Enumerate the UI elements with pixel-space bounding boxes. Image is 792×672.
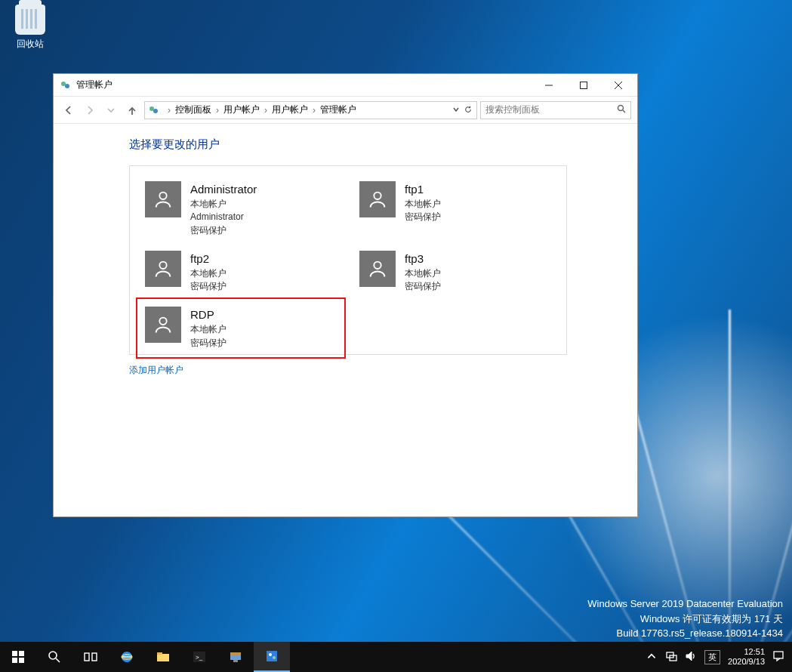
address-dropdown-icon[interactable] (451, 103, 461, 117)
breadcrumb[interactable]: › 控制面板› 用户帐户› 用户帐户› 管理帐户 (165, 103, 358, 116)
svg-point-11 (159, 193, 166, 199)
svg-marker-38 (686, 652, 692, 661)
svg-point-14 (374, 262, 381, 269)
minimize-button[interactable] (532, 74, 566, 96)
user-detail: 本地帐户 (405, 267, 441, 280)
svg-rect-26 (157, 654, 169, 661)
window-icon (60, 79, 72, 91)
user-ftp3[interactable]: ftp3本地帐户密码保护 (359, 251, 551, 294)
maximize-button[interactable] (566, 74, 601, 96)
close-button[interactable] (601, 74, 636, 96)
user-detail: 密码保护 (190, 280, 227, 293)
notification-icon[interactable] (772, 650, 784, 664)
svg-point-7 (149, 106, 154, 111)
user-detail: 密码保护 (190, 337, 227, 350)
tray-volume-icon[interactable] (685, 650, 697, 664)
task-view[interactable] (72, 642, 109, 672)
user-ftp1[interactable]: ftp1本地帐户密码保护 (359, 181, 551, 237)
tray-network-icon[interactable] (665, 650, 677, 664)
svg-point-8 (153, 109, 158, 113)
user-name: ftp3 (405, 251, 441, 267)
tray-chevron-icon[interactable] (646, 650, 658, 664)
user-detail: 本地帐户 (405, 198, 441, 211)
back-button[interactable] (60, 101, 78, 119)
user-detail: Administrator (190, 211, 257, 223)
taskbar-explorer[interactable] (145, 642, 181, 672)
recycle-bin-label: 回收站 (8, 38, 53, 51)
taskbar: >_ 英 12:512020/9/13 (0, 642, 792, 672)
svg-rect-3 (581, 82, 587, 88)
svg-point-20 (49, 652, 57, 659)
svg-line-10 (623, 110, 625, 113)
user-detail: 本地帐户 (190, 323, 227, 336)
avatar-icon (145, 307, 181, 343)
svg-rect-19 (19, 658, 24, 663)
user-administrator[interactable]: Administrator本地帐户Administrator密码保护 (145, 181, 337, 237)
content-area: 选择要更改的用户 Administrator本地帐户Administrator密… (54, 124, 637, 516)
taskbar-server-manager[interactable] (217, 642, 254, 672)
taskbar-search[interactable] (36, 642, 72, 672)
forward-button[interactable] (81, 101, 99, 119)
user-detail: 密码保护 (405, 280, 441, 293)
avatar-icon (359, 251, 396, 287)
svg-rect-33 (267, 651, 277, 661)
svg-point-12 (374, 193, 381, 199)
user-detail: 密码保护 (405, 211, 441, 223)
add-user-link[interactable]: 添加用户帐户 (129, 364, 183, 377)
svg-point-35 (273, 656, 276, 659)
titlebar[interactable]: 管理帐户 (54, 74, 637, 97)
svg-rect-31 (230, 652, 241, 655)
taskbar-ie[interactable] (109, 642, 145, 672)
svg-point-13 (159, 262, 166, 269)
svg-point-0 (61, 82, 66, 86)
ime-indicator[interactable]: 英 (704, 650, 720, 664)
svg-rect-18 (12, 658, 17, 663)
address-bar[interactable]: › 控制面板› 用户帐户› 用户帐户› 管理帐户 (144, 101, 477, 119)
svg-rect-16 (12, 651, 17, 656)
avatar-icon (359, 181, 396, 217)
avatar-icon (145, 251, 181, 287)
manage-accounts-window: 管理帐户 › 控制面板› 用户帐户› 用户帐户› 管理帐户 (53, 73, 638, 517)
up-button[interactable] (123, 101, 141, 119)
start-button[interactable] (0, 642, 36, 672)
svg-rect-27 (157, 652, 162, 655)
taskbar-cmd[interactable]: >_ (181, 642, 217, 672)
recent-dropdown[interactable] (102, 101, 120, 119)
system-tray[interactable]: 英 12:512020/9/13 (646, 647, 792, 667)
desktop-watermark: Windows Server 2019 Datacenter Evaluatio… (587, 596, 783, 641)
search-icon (617, 104, 626, 116)
svg-rect-22 (85, 653, 89, 661)
svg-point-15 (159, 318, 166, 325)
avatar-icon (145, 181, 181, 217)
user-name: Administrator (190, 181, 257, 198)
search-placeholder: 搜索控制面板 (485, 103, 540, 116)
nav-toolbar: › 控制面板› 用户帐户› 用户帐户› 管理帐户 搜索控制面板 (54, 97, 637, 124)
page-heading: 选择要更改的用户 (129, 137, 637, 152)
svg-point-9 (618, 106, 624, 111)
svg-rect-17 (19, 651, 24, 656)
svg-line-21 (56, 658, 60, 662)
user-detail: 密码保护 (190, 224, 257, 237)
refresh-icon[interactable] (463, 103, 473, 117)
tray-clock[interactable]: 12:512020/9/13 (728, 647, 765, 667)
user-list: Administrator本地帐户Administrator密码保护ftp1本地… (129, 165, 567, 355)
user-detail: 本地帐户 (190, 267, 227, 280)
user-detail: 本地帐户 (190, 198, 257, 211)
svg-point-1 (65, 84, 69, 88)
user-rdp[interactable]: RDP本地帐户密码保护 (136, 297, 346, 359)
user-name: RDP (190, 307, 227, 323)
svg-rect-23 (92, 653, 97, 661)
svg-point-34 (269, 653, 272, 656)
user-name: ftp2 (190, 251, 227, 267)
svg-rect-32 (233, 660, 238, 662)
search-box[interactable]: 搜索控制面板 (480, 101, 631, 119)
svg-rect-39 (774, 652, 783, 658)
taskbar-control-panel[interactable] (254, 642, 290, 672)
user-ftp2[interactable]: ftp2本地帐户密码保护 (145, 251, 337, 294)
recycle-bin[interactable]: 回收站 (8, 5, 53, 51)
window-title: 管理帐户 (76, 79, 112, 91)
user-name: ftp1 (405, 181, 441, 198)
address-icon (148, 104, 160, 116)
recycle-bin-icon (15, 5, 45, 35)
svg-text:>_: >_ (196, 654, 203, 661)
